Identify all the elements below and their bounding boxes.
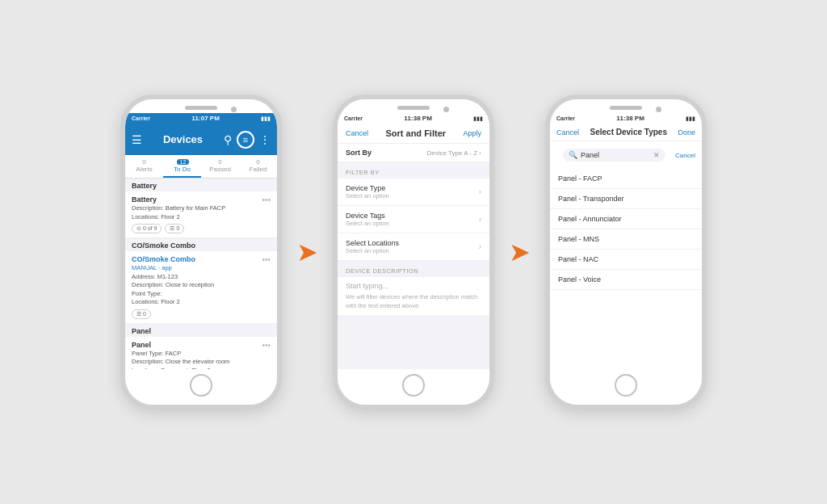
device-panel-info: Panel Type: FACP Description: Close the … bbox=[132, 350, 271, 370]
filter-locations-text: Select Locations Select an option bbox=[346, 239, 399, 254]
desc-placeholder[interactable]: Start typing... bbox=[346, 282, 481, 290]
battery-badge-1: ⊙ 0 of 9 bbox=[132, 224, 162, 233]
battery-1: ▮▮▮ bbox=[261, 116, 271, 122]
device-type-list: Panel - FACP Panel - Transponder Panel -… bbox=[550, 169, 702, 369]
device-list-1: Battery ••• Battery Description: Battery… bbox=[125, 178, 277, 369]
phone-2-screen: Carrier 11:38 PM ▮▮▮ Cancel Sort and Fil… bbox=[338, 113, 489, 369]
nav-bar-3: Cancel Select Device Types Done bbox=[550, 124, 702, 141]
filter-locations-sub: Select an option bbox=[346, 247, 399, 254]
filter-icon-circle[interactable]: ≡ bbox=[237, 131, 254, 149]
phone-1-bottom bbox=[125, 369, 277, 405]
search-clear-icon[interactable]: ✕ bbox=[653, 151, 660, 159]
device-cosmoke-badges: ☰ 0 bbox=[132, 309, 271, 319]
camera-3 bbox=[656, 107, 661, 112]
home-button-2[interactable] bbox=[402, 374, 425, 397]
desc-input-area: Start typing... We will filter devices w… bbox=[338, 277, 489, 315]
battery-2: ▮▮▮ bbox=[473, 116, 483, 122]
sort-by-row[interactable]: Sort By Device Type A - Z › bbox=[338, 144, 489, 162]
device-cosmoke[interactable]: ••• CO/Smoke Combo MANUAL · app Address:… bbox=[125, 251, 277, 324]
filter-device-type[interactable]: Device Type Select an option › bbox=[338, 178, 489, 206]
filter-device-type-chevron: › bbox=[479, 187, 481, 196]
tab-failed-label: Failed bbox=[239, 166, 277, 173]
device-battery-title: Battery bbox=[132, 195, 271, 204]
arrow-2-icon: ➤ bbox=[509, 237, 531, 267]
tab-passed-label: Passed bbox=[201, 166, 239, 173]
arrow-1: ➤ bbox=[296, 237, 318, 267]
done-button[interactable]: Done bbox=[678, 128, 695, 136]
filter-device-tags-text: Device Tags Select an option bbox=[346, 212, 389, 227]
phone-1: Carrier 11:07 PM ▮▮▮ ☰ Devices ⚲ ≡ ⋮ 0 A… bbox=[120, 94, 282, 410]
filter-device-tags-sub: Select an option bbox=[346, 220, 389, 227]
status-bar-2: Carrier 11:38 PM ▮▮▮ bbox=[338, 113, 489, 124]
device-battery-info: Description: Battery for Main FACP Locat… bbox=[132, 204, 271, 221]
search-bar-container: 🔍 Panel ✕ Cancel bbox=[550, 141, 702, 169]
type-panel-transponder[interactable]: Panel - Transponder bbox=[550, 189, 702, 209]
search-cancel-3[interactable]: Cancel bbox=[675, 152, 695, 159]
battery-badge-2: ☰ 0 bbox=[165, 224, 184, 233]
tab-failed-count: 0 bbox=[239, 158, 277, 166]
tab-alerts[interactable]: 0 Alerts bbox=[125, 155, 163, 178]
type-panel-nac[interactable]: Panel - NAC bbox=[550, 250, 702, 270]
cancel-button-3[interactable]: Cancel bbox=[556, 128, 579, 136]
filter-device-tags[interactable]: Device Tags Select an option › bbox=[338, 206, 489, 233]
home-button-1[interactable] bbox=[190, 374, 212, 397]
carrier-1: Carrier bbox=[132, 116, 150, 121]
tab-bar-1: 0 Alerts 12 To Do 0 Passed 0 Failed bbox=[125, 155, 277, 178]
device-panel-title: Panel bbox=[132, 341, 271, 349]
home-button-3[interactable] bbox=[615, 374, 637, 397]
sort-filter-title: Sort and Filter bbox=[385, 128, 446, 138]
filter-locations[interactable]: Select Locations Select an option › bbox=[338, 233, 489, 261]
device-battery[interactable]: ••• Battery Description: Battery for Mai… bbox=[125, 191, 277, 238]
search-bar[interactable]: 🔍 Panel ✕ bbox=[563, 149, 665, 162]
device-panel[interactable]: ••• Panel Panel Type: FACP Description: … bbox=[125, 337, 277, 370]
device-cosmoke-info: Address: M1-123 Description: Close to re… bbox=[132, 273, 271, 307]
tab-todo-count: 12 bbox=[163, 158, 201, 166]
type-panel-annunciator[interactable]: Panel - Annunciator bbox=[550, 209, 702, 229]
todo-badge: 12 bbox=[177, 159, 190, 165]
status-bar-3: Carrier 11:38 PM ▮▮▮ bbox=[550, 113, 702, 124]
time-2: 11:38 PM bbox=[404, 115, 432, 122]
phone-3-bottom bbox=[550, 369, 702, 405]
tab-passed-count: 0 bbox=[201, 158, 239, 166]
device-cosmoke-dots[interactable]: ••• bbox=[262, 255, 271, 264]
carrier-2: Carrier bbox=[344, 116, 363, 121]
carrier-3: Carrier bbox=[556, 116, 575, 121]
phone-3-top bbox=[550, 99, 702, 113]
device-panel-dots[interactable]: ••• bbox=[262, 341, 271, 350]
device-cosmoke-subtitle: MANUAL · app bbox=[132, 264, 271, 273]
search-icon[interactable]: ⚲ bbox=[224, 133, 232, 146]
cosmoke-badge-1: ☰ 0 bbox=[132, 309, 151, 319]
filter-device-type-text: Device Type Select an option bbox=[346, 184, 389, 200]
section-panel: Panel bbox=[125, 324, 277, 337]
type-panel-voice[interactable]: Panel - Voice bbox=[550, 270, 702, 290]
device-battery-dots[interactable]: ••• bbox=[262, 195, 271, 204]
tab-passed[interactable]: 0 Passed bbox=[201, 155, 239, 178]
phone-2-bottom bbox=[338, 369, 489, 405]
sort-by-label: Sort By bbox=[346, 149, 372, 157]
type-panel-mns[interactable]: Panel - MNS bbox=[550, 229, 702, 250]
type-panel-facp[interactable]: Panel - FACP bbox=[550, 169, 702, 189]
tab-failed[interactable]: 0 Failed bbox=[239, 155, 277, 178]
search-icon-3: 🔍 bbox=[569, 151, 577, 159]
arrow-1-icon: ➤ bbox=[296, 237, 318, 267]
menu-icon[interactable]: ☰ bbox=[132, 133, 142, 146]
tab-todo[interactable]: 12 To Do bbox=[163, 155, 201, 178]
filter-locations-name: Select Locations bbox=[346, 239, 399, 247]
filter-by-label: FILTER BY bbox=[338, 162, 489, 178]
tab-alerts-count: 0 bbox=[125, 158, 163, 166]
speaker bbox=[185, 106, 217, 110]
cancel-button-2[interactable]: Cancel bbox=[346, 129, 368, 137]
phone-2: Carrier 11:38 PM ▮▮▮ Cancel Sort and Fil… bbox=[333, 94, 494, 410]
section-cosmoke: CO/Smoke Combo bbox=[125, 238, 277, 251]
filter-device-tags-chevron: › bbox=[479, 215, 481, 224]
desc-hint: We will filter devices where the descrip… bbox=[346, 293, 481, 310]
filter-locations-chevron: › bbox=[479, 242, 481, 251]
more-icon[interactable]: ⋮ bbox=[259, 133, 271, 146]
time-1: 11:07 PM bbox=[191, 115, 220, 122]
speaker-2 bbox=[397, 106, 430, 110]
sort-by-value: Device Type A - Z › bbox=[427, 149, 481, 157]
apply-button[interactable]: Apply bbox=[463, 129, 481, 137]
search-input-3[interactable]: Panel bbox=[581, 151, 650, 159]
tab-todo-label: To Do bbox=[163, 166, 201, 173]
phone-3: Carrier 11:38 PM ▮▮▮ Cancel Select Devic… bbox=[545, 94, 707, 410]
